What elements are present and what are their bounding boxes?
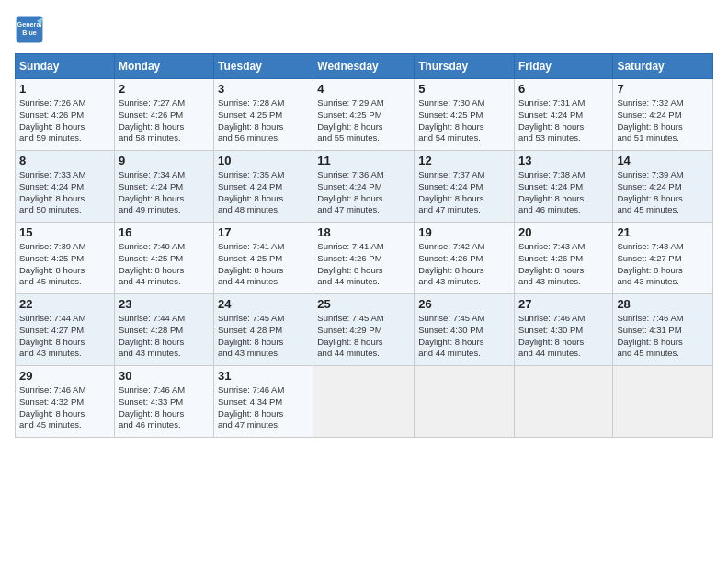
- calendar-cell: 22Sunrise: 7:44 AM Sunset: 4:27 PM Dayli…: [16, 294, 115, 366]
- logo: General Blue: [15, 15, 48, 44]
- day-info: Sunrise: 7:27 AM Sunset: 4:26 PM Dayligh…: [119, 98, 210, 144]
- calendar-cell: 4Sunrise: 7:29 AM Sunset: 4:25 PM Daylig…: [313, 79, 415, 151]
- day-info: Sunrise: 7:39 AM Sunset: 4:24 PM Dayligh…: [617, 169, 709, 216]
- day-number: 6: [518, 82, 609, 96]
- calendar-week-row: 8Sunrise: 7:33 AM Sunset: 4:24 PM Daylig…: [16, 151, 713, 223]
- day-info: Sunrise: 7:30 AM Sunset: 4:25 PM Dayligh…: [418, 98, 510, 144]
- day-info: Sunrise: 7:37 AM Sunset: 4:24 PM Dayligh…: [418, 169, 510, 216]
- calendar-cell: 5Sunrise: 7:30 AM Sunset: 4:25 PM Daylig…: [415, 79, 515, 151]
- calendar-cell: 31Sunrise: 7:46 AM Sunset: 4:34 PM Dayli…: [214, 366, 313, 438]
- day-info: Sunrise: 7:32 AM Sunset: 4:24 PM Dayligh…: [617, 98, 709, 144]
- day-info: Sunrise: 7:40 AM Sunset: 4:25 PM Dayligh…: [119, 241, 210, 288]
- calendar-cell: 25Sunrise: 7:45 AM Sunset: 4:29 PM Dayli…: [313, 294, 415, 366]
- day-number: 16: [119, 225, 210, 239]
- day-info: Sunrise: 7:46 AM Sunset: 4:34 PM Dayligh…: [218, 385, 309, 431]
- day-info: Sunrise: 7:31 AM Sunset: 4:24 PM Dayligh…: [518, 98, 609, 144]
- header-row: SundayMondayTuesdayWednesdayThursdayFrid…: [16, 54, 713, 79]
- day-info: Sunrise: 7:46 AM Sunset: 4:30 PM Dayligh…: [518, 313, 609, 360]
- header-day: Saturday: [613, 54, 713, 79]
- header-day: Friday: [514, 54, 612, 79]
- day-number: 4: [317, 82, 410, 96]
- calendar-cell: 9Sunrise: 7:34 AM Sunset: 4:24 PM Daylig…: [114, 151, 213, 223]
- day-info: Sunrise: 7:46 AM Sunset: 4:31 PM Dayligh…: [617, 313, 709, 360]
- day-info: Sunrise: 7:33 AM Sunset: 4:24 PM Dayligh…: [19, 169, 110, 216]
- calendar-cell: 11Sunrise: 7:36 AM Sunset: 4:24 PM Dayli…: [313, 151, 415, 223]
- calendar-week-row: 22Sunrise: 7:44 AM Sunset: 4:27 PM Dayli…: [16, 294, 713, 366]
- day-info: Sunrise: 7:35 AM Sunset: 4:24 PM Dayligh…: [218, 169, 309, 216]
- day-number: 27: [518, 297, 609, 311]
- day-number: 28: [617, 297, 709, 311]
- day-number: 18: [317, 225, 410, 239]
- day-number: 7: [617, 82, 709, 96]
- day-number: 14: [617, 154, 709, 167]
- day-number: 9: [119, 154, 210, 167]
- day-number: 1: [19, 82, 110, 96]
- day-info: Sunrise: 7:41 AM Sunset: 4:25 PM Dayligh…: [218, 241, 309, 288]
- calendar-cell: 19Sunrise: 7:42 AM Sunset: 4:26 PM Dayli…: [415, 223, 515, 294]
- day-info: Sunrise: 7:44 AM Sunset: 4:27 PM Dayligh…: [19, 313, 110, 360]
- day-number: 8: [19, 154, 110, 167]
- calendar-cell: [313, 366, 415, 438]
- day-number: 15: [19, 225, 110, 239]
- calendar-cell: 21Sunrise: 7:43 AM Sunset: 4:27 PM Dayli…: [613, 223, 713, 294]
- day-info: Sunrise: 7:44 AM Sunset: 4:28 PM Dayligh…: [119, 313, 210, 360]
- day-number: 19: [418, 225, 510, 239]
- day-number: 20: [518, 225, 609, 239]
- calendar-cell: 8Sunrise: 7:33 AM Sunset: 4:24 PM Daylig…: [16, 151, 115, 223]
- calendar-week-row: 15Sunrise: 7:39 AM Sunset: 4:25 PM Dayli…: [16, 223, 713, 294]
- svg-text:Blue: Blue: [22, 29, 37, 37]
- logo-icon: General Blue: [15, 15, 44, 44]
- calendar-cell: 6Sunrise: 7:31 AM Sunset: 4:24 PM Daylig…: [514, 79, 612, 151]
- calendar-cell: 26Sunrise: 7:45 AM Sunset: 4:30 PM Dayli…: [415, 294, 515, 366]
- calendar-cell: [514, 366, 612, 438]
- calendar-cell: 24Sunrise: 7:45 AM Sunset: 4:28 PM Dayli…: [214, 294, 313, 366]
- day-number: 11: [317, 154, 410, 167]
- calendar-cell: 1Sunrise: 7:26 AM Sunset: 4:26 PM Daylig…: [16, 79, 115, 151]
- day-info: Sunrise: 7:45 AM Sunset: 4:28 PM Dayligh…: [218, 313, 309, 360]
- day-info: Sunrise: 7:28 AM Sunset: 4:25 PM Dayligh…: [218, 98, 309, 144]
- calendar-cell: 23Sunrise: 7:44 AM Sunset: 4:28 PM Dayli…: [114, 294, 213, 366]
- header-day: Thursday: [415, 54, 515, 79]
- calendar-cell: 16Sunrise: 7:40 AM Sunset: 4:25 PM Dayli…: [114, 223, 213, 294]
- day-number: 12: [418, 154, 510, 167]
- calendar-cell: 18Sunrise: 7:41 AM Sunset: 4:26 PM Dayli…: [313, 223, 415, 294]
- header-day: Monday: [114, 54, 213, 79]
- header-day: Sunday: [16, 54, 115, 79]
- header-day: Tuesday: [214, 54, 313, 79]
- day-number: 5: [418, 82, 510, 96]
- calendar-cell: 14Sunrise: 7:39 AM Sunset: 4:24 PM Dayli…: [613, 151, 713, 223]
- calendar-cell: 13Sunrise: 7:38 AM Sunset: 4:24 PM Dayli…: [514, 151, 612, 223]
- calendar-cell: [415, 366, 515, 438]
- day-info: Sunrise: 7:43 AM Sunset: 4:26 PM Dayligh…: [518, 241, 609, 288]
- day-info: Sunrise: 7:45 AM Sunset: 4:30 PM Dayligh…: [418, 313, 510, 360]
- day-number: 17: [218, 225, 309, 239]
- calendar-cell: 3Sunrise: 7:28 AM Sunset: 4:25 PM Daylig…: [214, 79, 313, 151]
- calendar-cell: 12Sunrise: 7:37 AM Sunset: 4:24 PM Dayli…: [415, 151, 515, 223]
- calendar-cell: 10Sunrise: 7:35 AM Sunset: 4:24 PM Dayli…: [214, 151, 313, 223]
- calendar-cell: 2Sunrise: 7:27 AM Sunset: 4:26 PM Daylig…: [114, 79, 213, 151]
- calendar-cell: 15Sunrise: 7:39 AM Sunset: 4:25 PM Dayli…: [16, 223, 115, 294]
- day-info: Sunrise: 7:29 AM Sunset: 4:25 PM Dayligh…: [317, 98, 410, 144]
- day-number: 23: [119, 297, 210, 311]
- calendar-table: SundayMondayTuesdayWednesdayThursdayFrid…: [15, 53, 713, 438]
- day-info: Sunrise: 7:46 AM Sunset: 4:32 PM Dayligh…: [19, 385, 110, 431]
- day-info: Sunrise: 7:36 AM Sunset: 4:24 PM Dayligh…: [317, 169, 410, 216]
- calendar-cell: 20Sunrise: 7:43 AM Sunset: 4:26 PM Dayli…: [514, 223, 612, 294]
- day-number: 25: [317, 297, 410, 311]
- day-number: 22: [19, 297, 110, 311]
- day-info: Sunrise: 7:43 AM Sunset: 4:27 PM Dayligh…: [617, 241, 709, 288]
- day-info: Sunrise: 7:41 AM Sunset: 4:26 PM Dayligh…: [317, 241, 410, 288]
- day-info: Sunrise: 7:39 AM Sunset: 4:25 PM Dayligh…: [19, 241, 110, 288]
- day-info: Sunrise: 7:34 AM Sunset: 4:24 PM Dayligh…: [119, 169, 210, 216]
- calendar-cell: 28Sunrise: 7:46 AM Sunset: 4:31 PM Dayli…: [613, 294, 713, 366]
- day-number: 13: [518, 154, 609, 167]
- header: General Blue: [15, 15, 713, 44]
- day-info: Sunrise: 7:26 AM Sunset: 4:26 PM Dayligh…: [19, 98, 110, 144]
- day-info: Sunrise: 7:38 AM Sunset: 4:24 PM Dayligh…: [518, 169, 609, 216]
- day-info: Sunrise: 7:45 AM Sunset: 4:29 PM Dayligh…: [317, 313, 410, 360]
- day-number: 10: [218, 154, 309, 167]
- header-day: Wednesday: [313, 54, 415, 79]
- day-info: Sunrise: 7:42 AM Sunset: 4:26 PM Dayligh…: [418, 241, 510, 288]
- day-number: 30: [119, 369, 210, 383]
- day-number: 2: [119, 82, 210, 96]
